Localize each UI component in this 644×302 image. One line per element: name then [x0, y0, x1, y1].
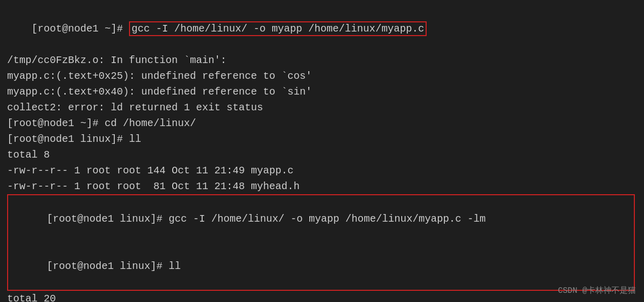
- cmd-11: gcc -I /home/linux/ -o myapp /home/linux…: [169, 213, 486, 225]
- prompt-11: [root@node1 linux]#: [47, 213, 169, 225]
- line-9: -rw-r--r-- 1 root root 144 Oct 11 21:49 …: [7, 163, 637, 178]
- cmd-12: ll: [169, 260, 181, 272]
- line-1: [root@node1 ~]# gcc -I /home/linux/ -o m…: [7, 5, 637, 52]
- boxed-section-2: [root@node1 linux]# gcc -I /home/linux/ …: [7, 194, 635, 291]
- line-13: total 20: [7, 291, 637, 302]
- terminal: [root@node1 ~]# gcc -I /home/linux/ -o m…: [0, 0, 644, 302]
- line-10: -rw-r--r-- 1 root root 81 Oct 11 21:48 m…: [7, 178, 637, 194]
- line-6: [root@node1 ~]# cd /home/linux/: [7, 115, 637, 131]
- prompt-12: [root@node1 linux]#: [47, 260, 169, 272]
- prompt-1: [root@node1 ~]#: [31, 23, 129, 35]
- line-8: total 8: [7, 147, 637, 163]
- watermark: CSDN @卡林神不是猫: [558, 285, 636, 296]
- line-2: /tmp/cc0FzBkz.o: In function `main':: [7, 52, 637, 68]
- line-11: [root@node1 linux]# gcc -I /home/linux/ …: [8, 195, 634, 243]
- line-7: [root@node1 linux]# ll: [7, 131, 637, 147]
- line-12: [root@node1 linux]# ll: [8, 243, 634, 290]
- line-4: myapp.c:(.text+0x40): undefined referenc…: [7, 84, 637, 100]
- boxed-cmd-1: gcc -I /home/linux/ -o myapp /home/linux…: [129, 21, 427, 36]
- line-3: myapp.c:(.text+0x25): undefined referenc…: [7, 68, 637, 84]
- line-5: collect2: error: ld returned 1 exit stat…: [7, 100, 637, 115]
